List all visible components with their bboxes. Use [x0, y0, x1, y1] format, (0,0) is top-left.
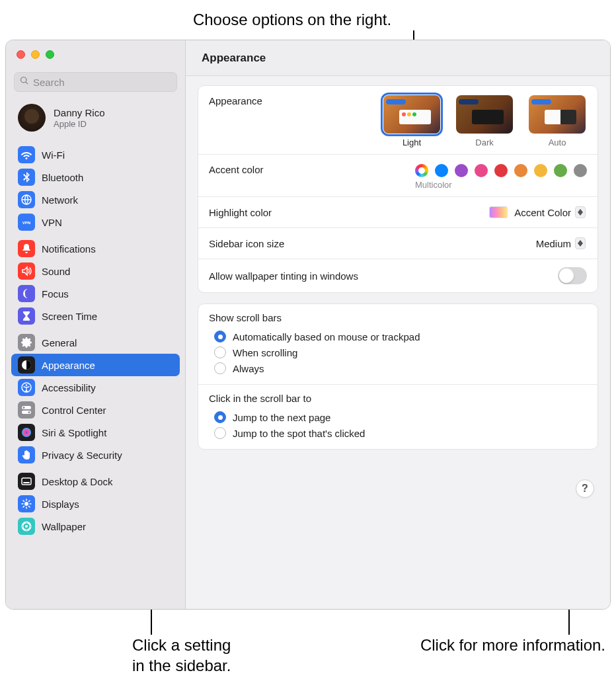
avatar — [18, 104, 46, 132]
sidebar-item-accessibility[interactable]: Accessibility — [6, 376, 185, 399]
sidebar-item-desktop-dock[interactable]: Desktop & Dock — [6, 470, 185, 493]
svg-point-8 — [28, 411, 30, 413]
sidebar-item-focus[interactable]: Focus — [6, 282, 185, 305]
show-scroll-bars-title: Show scroll bars — [209, 312, 587, 323]
sidebar-item-label: Notifications — [42, 243, 96, 255]
radio-option[interactable]: Jump to the spot that's clicked — [209, 425, 587, 441]
annotation-bottom-right: Click for more information. — [315, 635, 605, 655]
radio-label: Automatically based on mouse or trackpad — [233, 331, 420, 342]
radio-button[interactable] — [214, 346, 226, 358]
main-pane: Appearance Appearance LightDarkAuto Acce… — [186, 40, 610, 609]
accent-swatch-red[interactable] — [494, 164, 508, 177]
sidebar-item-label: Focus — [42, 288, 69, 300]
sidebar-size-popup[interactable]: Medium — [532, 236, 587, 251]
user-name: Danny Rico — [54, 107, 105, 118]
accent-swatch-pink[interactable] — [475, 164, 488, 177]
svg-rect-10 — [22, 478, 31, 485]
radio-button[interactable] — [214, 411, 226, 423]
brightness-icon — [18, 495, 35, 512]
accent-swatch-multicolor[interactable] — [415, 164, 428, 177]
accent-swatch-orange[interactable] — [514, 164, 527, 177]
dock-icon — [18, 473, 35, 490]
sidebar-item-vpn[interactable]: VPNVPN — [6, 211, 185, 233]
sidebar-size-row: Sidebar icon size Medium — [198, 228, 597, 259]
appearance-option-auto[interactable]: Auto — [527, 95, 587, 147]
highlight-popup[interactable]: Accent Color — [485, 205, 587, 220]
radio-button[interactable] — [214, 427, 226, 439]
sidebar-item-privacy-security[interactable]: Privacy & Security — [6, 444, 185, 466]
apple-id-row[interactable]: Danny Rico Apple ID — [6, 99, 185, 140]
sidebar-item-label: Wallpaper — [42, 521, 86, 532]
accent-swatch-graphite[interactable] — [574, 164, 587, 177]
sidebar-item-network[interactable]: Network — [6, 188, 185, 211]
sidebar-item-label: Sound — [42, 266, 70, 277]
scroll-section: Show scroll bars Automatically based on … — [198, 303, 598, 450]
highlight-value: Accent Color — [514, 207, 571, 218]
radio-label: When scrolling — [233, 347, 297, 358]
radio-label: Jump to the next page — [233, 412, 330, 423]
sidebar-item-general[interactable]: General — [6, 331, 185, 354]
sidebar-item-control-center[interactable]: Control Center — [6, 399, 185, 421]
page-title: Appearance — [186, 40, 610, 76]
click-scroll-bar-title: Click in the scroll bar to — [209, 393, 587, 404]
user-subtitle: Apple ID — [54, 119, 105, 129]
search-input[interactable] — [33, 77, 171, 88]
appearance-option-label: Auto — [549, 138, 566, 147]
appearance-option-dark[interactable]: Dark — [455, 95, 514, 147]
help-button[interactable]: ? — [576, 479, 594, 498]
radio-option[interactable]: Always — [209, 360, 587, 376]
appearance-section: Appearance LightDarkAuto Accent color Mu… — [198, 85, 598, 293]
wallpaper-tint-switch[interactable] — [558, 267, 587, 284]
bell-icon — [18, 240, 35, 257]
sidebar-item-label: Wi-Fi — [42, 149, 65, 161]
wallpaper-tint-label: Allow wallpaper tinting in windows — [209, 270, 358, 282]
sidebar-item-wallpaper[interactable]: Wallpaper — [6, 515, 185, 538]
sidebar-item-label: Desktop & Dock — [42, 476, 113, 487]
sidebar-size-label: Sidebar icon size — [209, 238, 284, 249]
appearance-option-label: Dark — [475, 138, 493, 147]
accent-swatch-purple[interactable] — [455, 164, 468, 177]
sidebar-item-screen-time[interactable]: Screen Time — [6, 305, 185, 327]
vpn-icon: VPN — [18, 214, 35, 231]
sidebar-item-appearance[interactable]: Appearance — [11, 354, 180, 376]
radio-option[interactable]: Jump to the next page — [209, 409, 587, 425]
svg-point-14 — [25, 525, 28, 528]
sidebar-item-siri-spotlight[interactable]: Siri & Spotlight — [6, 421, 185, 444]
zoom-window-button[interactable] — [46, 50, 54, 59]
window-controls — [6, 40, 185, 68]
sidebar-item-label: Accessibility — [42, 382, 96, 393]
radio-button[interactable] — [214, 331, 226, 342]
accent-row: Accent color Multicolor — [198, 155, 597, 197]
bluetooth-icon — [18, 169, 35, 186]
accent-swatch-yellow[interactable] — [534, 164, 547, 177]
sidebar-item-bluetooth[interactable]: Bluetooth — [6, 166, 185, 188]
sidebar-item-label: Privacy & Security — [42, 450, 122, 461]
accent-swatch-blue[interactable] — [435, 164, 448, 177]
svg-point-7 — [23, 407, 25, 409]
search-field[interactable] — [14, 72, 177, 92]
sidebar-item-label: Control Center — [42, 405, 106, 416]
appearance-option-light[interactable]: Light — [382, 95, 442, 147]
search-icon — [20, 76, 33, 88]
wifi-icon — [18, 146, 35, 163]
radio-option[interactable]: When scrolling — [209, 344, 587, 360]
minimize-window-button[interactable] — [31, 50, 40, 59]
sidebar-item-sound[interactable]: Sound — [6, 260, 185, 282]
accent-label: Accent color — [209, 164, 264, 175]
accent-swatch-green[interactable] — [554, 164, 567, 177]
svg-text:VPN: VPN — [22, 221, 30, 225]
click-scroll-bar-group: Click in the scroll bar to Jump to the n… — [198, 385, 597, 449]
radio-button[interactable] — [214, 362, 226, 374]
close-window-button[interactable] — [17, 50, 25, 59]
radio-label: Jump to the spot that's clicked — [233, 428, 365, 439]
sidebar-item-notifications[interactable]: Notifications — [6, 237, 185, 260]
sidebar: Danny Rico Apple ID Wi-FiBluetoothNetwor… — [6, 40, 186, 609]
sidebar-item-label: Bluetooth — [42, 172, 83, 183]
accent-selected-label: Multicolor — [415, 180, 587, 190]
sidebar-item-label: General — [42, 337, 77, 348]
sidebar-item-wi-fi[interactable]: Wi-Fi — [6, 143, 185, 166]
svg-point-12 — [24, 502, 28, 506]
highlight-swatch — [489, 206, 508, 218]
sidebar-item-displays[interactable]: Displays — [6, 493, 185, 515]
radio-option[interactable]: Automatically based on mouse or trackpad — [209, 329, 587, 344]
